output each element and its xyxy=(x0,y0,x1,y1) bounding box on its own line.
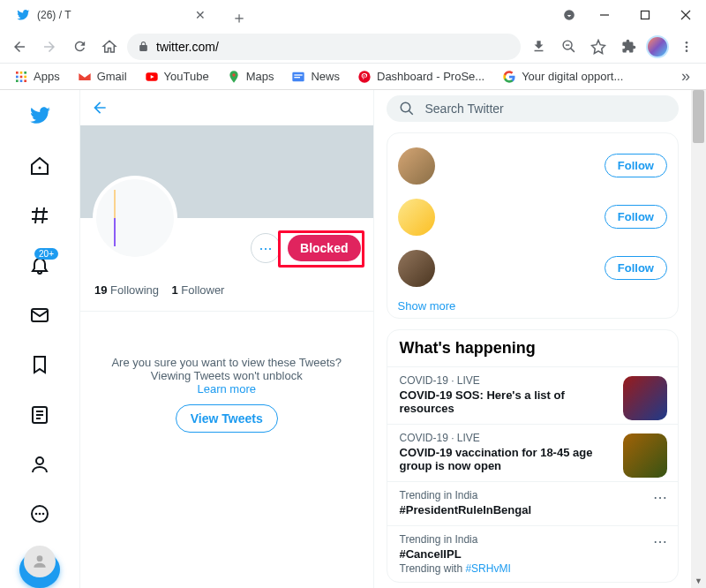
url-input[interactable] xyxy=(156,40,510,54)
svg-point-36 xyxy=(42,513,45,516)
bookmark-label: Your digital opport... xyxy=(522,70,623,83)
svg-point-26 xyxy=(39,166,41,169)
browser-menu-button[interactable] xyxy=(674,34,699,59)
nav-explore-icon[interactable] xyxy=(19,197,60,234)
svg-rect-17 xyxy=(16,79,19,82)
scrollbar-thumb[interactable] xyxy=(693,90,704,143)
new-tab-button[interactable]: ＋ xyxy=(227,5,252,30)
extensions-icon[interactable] xyxy=(616,34,641,59)
nav-back-button[interactable] xyxy=(7,34,32,59)
trend-hashtag-link[interactable]: #SRHvMI xyxy=(465,562,510,575)
svg-point-8 xyxy=(686,41,688,44)
nav-profile-icon[interactable] xyxy=(19,446,60,483)
svg-rect-18 xyxy=(20,79,23,82)
follow-suggestion-row[interactable]: Follow xyxy=(398,140,668,192)
nav-home-icon[interactable] xyxy=(19,147,60,184)
youtube-icon xyxy=(145,70,159,84)
suggestion-avatar xyxy=(398,250,435,287)
bookmark-news[interactable]: News xyxy=(284,66,347,87)
bookmark-label: News xyxy=(311,70,340,83)
bookmark-youtube[interactable]: YouTube xyxy=(138,66,216,87)
bookmark-maps[interactable]: Maps xyxy=(220,66,282,87)
trend-item[interactable]: COVID-19 · This afternoon IPL match post… xyxy=(387,582,679,583)
page-scrollbar[interactable]: ▲ ▼ xyxy=(691,90,706,588)
following-link[interactable]: 19 Following xyxy=(94,283,159,297)
trend-item[interactable]: Trending in India #CancelIPL Trending wi… xyxy=(387,525,679,582)
bookmarks-bar: Apps Gmail YouTube Maps News Dashboard -… xyxy=(0,64,706,90)
search-icon xyxy=(399,101,415,117)
account-switcher-avatar[interactable] xyxy=(24,546,56,577)
window-close-button[interactable] xyxy=(665,0,706,30)
follow-suggestion-row[interactable]: Follow xyxy=(398,243,668,294)
view-tweets-button[interactable]: View Tweets xyxy=(176,404,278,433)
window-minimize-button[interactable] xyxy=(584,0,625,30)
follow-button[interactable]: Follow xyxy=(605,256,667,280)
profile-main-column: ··· Blocked 19 Following 1 Follower Are … xyxy=(79,90,374,588)
nav-home-button[interactable] xyxy=(97,34,122,59)
svg-rect-14 xyxy=(16,75,19,78)
incognito-indicator-icon xyxy=(563,9,575,21)
search-input[interactable]: Search Twitter xyxy=(387,95,680,122)
bookmark-label: YouTube xyxy=(164,70,209,83)
trend-item[interactable]: Trending in India #PresidentRuleInBengal… xyxy=(387,481,679,525)
twitter-sidebar: 20+ xyxy=(0,90,79,588)
nav-messages-icon[interactable] xyxy=(19,297,60,334)
nav-reload-button[interactable] xyxy=(67,34,92,59)
suggestion-avatar xyxy=(398,147,435,185)
svg-point-9 xyxy=(686,45,688,48)
learn-more-link[interactable]: Learn more xyxy=(198,382,256,396)
profile-more-button[interactable]: ··· xyxy=(251,233,281,263)
apps-grid-icon xyxy=(14,70,28,84)
bookmark-digital[interactable]: Your digital opport... xyxy=(495,66,630,87)
profile-avatar[interactable] xyxy=(93,176,177,260)
bookmark-label: Apps xyxy=(34,70,60,83)
tab-close-icon[interactable]: ✕ xyxy=(195,8,206,22)
zoom-icon[interactable] xyxy=(556,34,581,59)
nav-lists-icon[interactable] xyxy=(19,396,60,433)
suggestion-avatar xyxy=(398,199,435,236)
browser-profile-avatar[interactable] xyxy=(646,35,669,58)
bookmark-apps[interactable]: Apps xyxy=(7,66,67,87)
follow-button[interactable]: Follow xyxy=(605,154,667,177)
svg-point-34 xyxy=(35,513,38,516)
bookmark-dashboard[interactable]: Dashboard - ProSe... xyxy=(350,66,492,87)
nav-forward-button[interactable] xyxy=(37,34,62,59)
trend-thumbnail xyxy=(623,433,667,478)
svg-point-38 xyxy=(401,102,410,112)
address-bar[interactable] xyxy=(127,34,521,60)
tab-title: (26) / T xyxy=(37,9,188,21)
svg-point-32 xyxy=(36,457,43,464)
scroll-down-arrow-icon[interactable]: ▼ xyxy=(691,573,706,588)
window-maximize-button[interactable] xyxy=(625,0,665,30)
trend-item[interactable]: COVID-19 · LIVE COVID-19 vaccination for… xyxy=(387,424,679,481)
twitter-logo-icon[interactable] xyxy=(19,97,60,134)
followers-link[interactable]: 1 Follower xyxy=(171,283,224,297)
google-news-icon xyxy=(291,70,305,84)
follow-suggestion-row[interactable]: Follow xyxy=(398,192,668,243)
nav-bookmarks-icon[interactable] xyxy=(19,346,60,383)
pinterest-icon xyxy=(357,70,372,84)
trend-more-icon[interactable]: ⋯ xyxy=(653,489,667,506)
follow-button[interactable]: Follow xyxy=(605,205,667,229)
bookmark-gmail[interactable]: Gmail xyxy=(71,66,134,87)
svg-rect-13 xyxy=(24,72,26,74)
svg-line-39 xyxy=(409,110,413,115)
svg-rect-12 xyxy=(20,72,23,74)
bookmark-star-icon[interactable] xyxy=(586,34,611,59)
trend-more-icon[interactable]: ⋯ xyxy=(653,533,667,550)
maps-pin-icon xyxy=(227,70,241,84)
back-arrow-icon[interactable] xyxy=(91,99,109,117)
nav-notifications-icon[interactable]: 20+ xyxy=(19,246,60,283)
svg-point-35 xyxy=(39,513,41,516)
install-app-icon[interactable] xyxy=(526,34,551,59)
browser-toolbar xyxy=(0,30,706,64)
trend-item[interactable]: COVID-19 · LIVE COVID-19 SOS: Here's a l… xyxy=(387,366,679,424)
blocked-question-text: Are you sure you want to view these Twee… xyxy=(101,356,352,382)
svg-point-21 xyxy=(232,73,235,76)
bookmarks-overflow-icon[interactable]: » xyxy=(681,67,699,86)
nav-more-icon[interactable] xyxy=(19,495,60,532)
browser-tab[interactable]: (26) / T ✕ xyxy=(7,0,214,30)
svg-rect-19 xyxy=(24,79,26,82)
show-more-link[interactable]: Show more xyxy=(398,294,668,314)
svg-point-25 xyxy=(358,71,370,82)
